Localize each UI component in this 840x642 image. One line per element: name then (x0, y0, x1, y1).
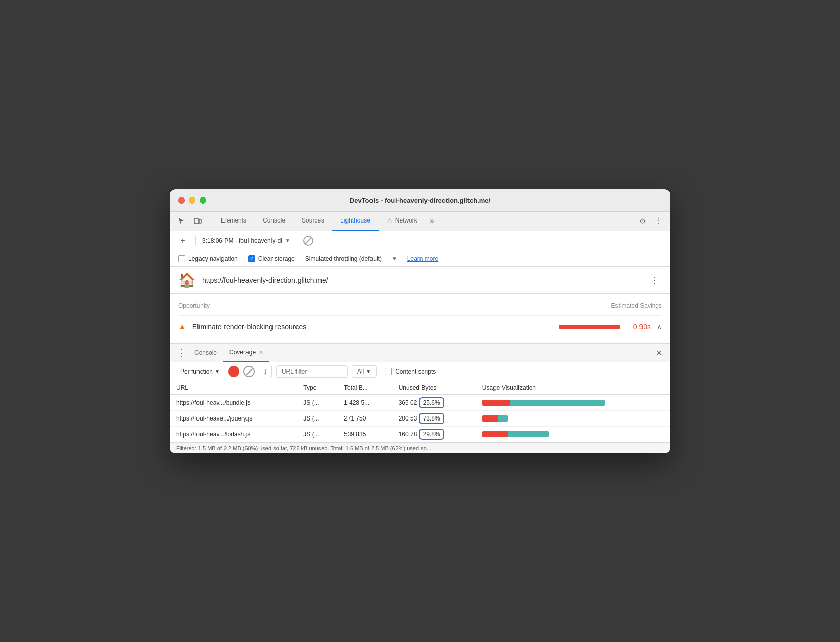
table-row[interactable]: https://foul-heav.../bundle.jsJS (...1 4… (170, 394, 670, 410)
tab-sources[interactable]: Sources (293, 212, 332, 231)
coverage-table: URL Type Total B... Unused Bytes Usage V… (170, 381, 670, 442)
window-title: DevTools - foul-heavenly-direction.glitc… (350, 196, 490, 204)
col-unused-bytes: Unused Bytes (392, 381, 476, 395)
opportunity-content: Opportunity Estimated Savings ▲ Eliminat… (170, 294, 670, 337)
usage-used-portion (482, 431, 508, 437)
usage-bar (482, 431, 549, 437)
url-dropdown-arrow[interactable]: ▼ (285, 238, 290, 243)
more-tabs-button[interactable]: » (426, 216, 438, 226)
add-button[interactable]: + (176, 234, 189, 248)
usage-unused-portion (508, 431, 549, 437)
cursor-icon[interactable] (174, 214, 188, 228)
lighthouse-more-button[interactable]: ⋮ (648, 273, 662, 287)
usage-bar-container (482, 431, 664, 437)
table-row[interactable]: https://foul-heav.../lodash.jsJS (...539… (170, 426, 670, 442)
cell-type: JS (... (297, 426, 338, 442)
bottom-panel: ⋮ Console Coverage ✕ ✕ Per function ▼ (170, 343, 670, 453)
coverage-divider (259, 366, 259, 377)
svg-rect-0 (194, 218, 199, 224)
opportunity-header: Opportunity Estimated Savings (178, 302, 662, 309)
pct-highlight: 73.8% (419, 413, 444, 424)
cell-total-bytes: 271 750 (338, 410, 392, 426)
cell-total-bytes: 539 835 (338, 426, 392, 442)
stop-button[interactable] (243, 366, 255, 377)
devtools-window: DevTools - foul-heavenly-direction.glitc… (170, 189, 670, 453)
maximize-button[interactable] (200, 197, 206, 204)
lighthouse-url-bar: 🏠 https://foul-heavenly-direction.glitch… (170, 267, 670, 294)
clear-storage-check-box[interactable]: ✓ (248, 255, 255, 262)
download-button[interactable]: ↓ (263, 367, 267, 376)
minimize-button[interactable] (189, 197, 195, 204)
clear-storage-checkbox[interactable]: ✓ Clear storage (248, 255, 295, 262)
pct-highlight: 25.6% (419, 397, 444, 408)
table-row[interactable]: https://foul-heave.../jquery.jsJS (...27… (170, 410, 670, 426)
tab-console[interactable]: Console (255, 212, 293, 231)
savings-label: Estimated Savings (611, 302, 662, 309)
warning-icon: ⚠ (387, 217, 393, 225)
opportunity-warning-icon: ▲ (178, 322, 186, 331)
savings-time: 0.90s (626, 323, 651, 331)
panel-more-icon[interactable]: ⋮ (174, 345, 188, 360)
all-select-arrow: ▼ (366, 368, 371, 374)
lighthouse-url: https://foul-heavenly-direction.glitch.m… (202, 276, 641, 284)
opportunity-section: Opportunity Estimated Savings ▲ Eliminat… (170, 294, 670, 343)
toolbar-row: + 3:18:06 PM - foul-heavenly-di ▼ (170, 231, 670, 251)
cell-url: https://foul-heav.../lodash.js (170, 426, 297, 442)
url-text: 3:18:06 PM - foul-heavenly-di (202, 237, 282, 244)
url-display: 3:18:06 PM - foul-heavenly-di ▼ (202, 237, 290, 244)
all-select-dropdown[interactable]: All ▼ (352, 365, 377, 378)
record-button[interactable] (228, 366, 239, 377)
cell-usage-viz (476, 426, 670, 442)
panel-tab-console[interactable]: Console (188, 344, 223, 362)
savings-bar (559, 325, 620, 329)
pct-highlight: 29.8% (419, 429, 444, 440)
usage-bar (482, 400, 605, 406)
coverage-tab-close[interactable]: ✕ (259, 349, 263, 356)
tab-bar-icons (174, 214, 205, 228)
cell-usage-viz (476, 410, 670, 426)
device-icon[interactable] (190, 214, 205, 228)
panel-close-button[interactable]: ✕ (652, 345, 666, 360)
more-options-icon[interactable]: ⋮ (652, 214, 666, 228)
opportunity-item[interactable]: ▲ Eliminate render-blocking resources 0.… (178, 315, 662, 337)
divider (195, 236, 196, 245)
panel-tab-coverage[interactable]: Coverage ✕ (223, 344, 269, 362)
opportunity-label: Opportunity (178, 302, 210, 309)
lighthouse-logo-icon: 🏠 (178, 273, 196, 287)
cell-url: https://foul-heave.../jquery.js (170, 410, 297, 426)
tab-bar-right: ⚙ ⋮ (635, 214, 666, 228)
content-scripts-check-box[interactable] (385, 368, 392, 375)
tab-network[interactable]: ⚠ Network (379, 212, 426, 231)
col-usage-viz: Usage Visualization (476, 381, 670, 395)
expand-button[interactable]: ∧ (657, 323, 662, 331)
settings-icon[interactable]: ⚙ (635, 214, 650, 228)
learn-more-link[interactable]: Learn more (407, 255, 438, 262)
legacy-nav-check-box[interactable] (178, 255, 185, 262)
cell-usage-viz (476, 394, 670, 410)
options-row: Legacy navigation ✓ Clear storage Simula… (170, 251, 670, 267)
col-total-bytes: Total B... (338, 381, 392, 395)
tab-lighthouse[interactable]: Lighthouse (332, 212, 379, 231)
usage-unused-portion (498, 415, 508, 422)
cell-type: JS (... (297, 410, 338, 426)
usage-used-portion (482, 415, 498, 422)
status-bar: Filtered: 1.5 MB of 2.2 MB (68%) used so… (170, 442, 670, 453)
block-icon[interactable] (303, 236, 313, 246)
close-button[interactable] (178, 197, 185, 204)
throttle-dropdown-arrow[interactable]: ▼ (392, 256, 397, 261)
svg-rect-1 (199, 219, 201, 223)
usage-bar-container (482, 415, 664, 422)
col-url: URL (170, 381, 297, 395)
coverage-divider2 (271, 366, 272, 377)
opportunity-title: Eliminate render-blocking resources (192, 323, 553, 331)
per-function-dropdown[interactable]: Per function ▼ (176, 366, 224, 377)
legacy-nav-checkbox[interactable]: Legacy navigation (178, 255, 238, 262)
content-scripts-checkbox[interactable]: Content scripts (385, 368, 436, 375)
table-header-row: URL Type Total B... Unused Bytes Usage V… (170, 381, 670, 395)
throttle-select[interactable]: Simulated throttling (default) (305, 255, 382, 262)
url-filter-input[interactable] (276, 365, 348, 378)
cell-total-bytes: 1 428 5... (338, 394, 392, 410)
tab-elements[interactable]: Elements (213, 212, 255, 231)
devtools-content: Elements Console Sources Lighthouse ⚠ Ne… (170, 212, 670, 453)
titlebar: DevTools - foul-heavenly-direction.glitc… (170, 189, 670, 212)
